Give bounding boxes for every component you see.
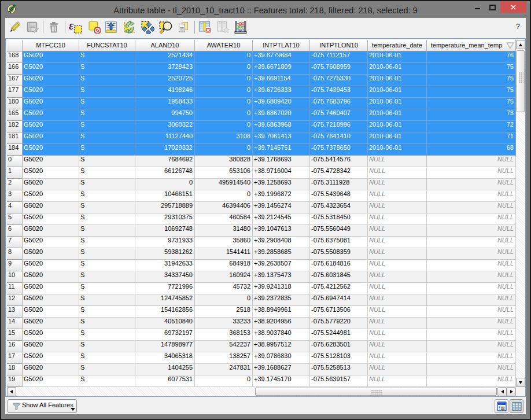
svg-text:ε: ε: [69, 20, 74, 32]
